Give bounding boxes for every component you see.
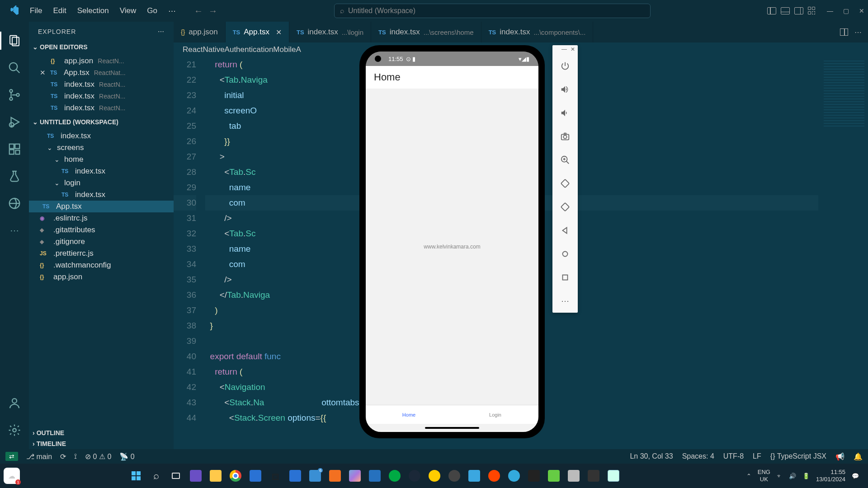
taskbar-app-icon[interactable] bbox=[545, 467, 562, 484]
taskbar-app-icon[interactable]: 6 bbox=[307, 467, 324, 484]
activity-search-icon[interactable] bbox=[4, 57, 25, 79]
activity-extensions-icon[interactable] bbox=[4, 138, 25, 160]
layout-customize-icon[interactable] bbox=[808, 7, 816, 15]
powershell-icon[interactable] bbox=[366, 467, 383, 484]
taskbar-app-icon[interactable] bbox=[426, 467, 443, 484]
taskbar-app-icon[interactable] bbox=[565, 467, 582, 484]
language-indicator[interactable]: ENGUK bbox=[758, 469, 770, 483]
dropbox-icon[interactable]: ⧈ bbox=[267, 467, 284, 484]
taskbar-app-icon[interactable] bbox=[505, 467, 523, 484]
editor-tab[interactable]: TSindex.tsx...\screens\home bbox=[371, 22, 481, 42]
folder-item[interactable]: ⌄home bbox=[29, 154, 174, 165]
close-icon[interactable]: ✕ bbox=[276, 28, 282, 37]
encoding[interactable]: UTF-8 bbox=[723, 452, 744, 461]
emulator-volume-up-icon[interactable] bbox=[552, 78, 578, 101]
indentation[interactable]: Spaces: 4 bbox=[682, 452, 714, 461]
ms-store-icon[interactable] bbox=[247, 467, 264, 484]
emulator-taskbar-icon[interactable] bbox=[605, 467, 622, 484]
taskbar-app-icon[interactable] bbox=[525, 467, 542, 484]
open-editor-item[interactable]: {}app.jsonReactN... bbox=[29, 55, 174, 67]
activity-testing-icon[interactable] bbox=[4, 165, 25, 187]
open-editor-item[interactable]: TSindex.tsxReactN... bbox=[29, 79, 174, 90]
open-editors-header[interactable]: ⌄OPEN EDITORS bbox=[29, 42, 174, 52]
menu-go[interactable]: Go bbox=[142, 5, 162, 18]
phone-navbar[interactable] bbox=[366, 424, 538, 432]
android-emulator[interactable]: 11:55 ⊙ ▮ ▾◢▮ Home www.kelvinkamara.com … bbox=[359, 45, 545, 438]
minimap[interactable] bbox=[818, 57, 868, 449]
file-item[interactable]: TSindex.tsx bbox=[29, 189, 174, 201]
git-branch[interactable]: ⎇ main bbox=[26, 452, 52, 461]
editor-tab[interactable]: TSApp.tsx✕ bbox=[226, 22, 289, 42]
taskbar-app-icon[interactable] bbox=[346, 467, 363, 484]
battery-icon[interactable]: 🔋 bbox=[802, 473, 810, 479]
editor-tab[interactable]: {}app.json bbox=[174, 22, 226, 42]
emulator-back-icon[interactable] bbox=[552, 219, 578, 242]
nav-back-icon[interactable]: ← bbox=[194, 6, 203, 16]
menu-edit[interactable]: Edit bbox=[48, 5, 71, 18]
nav-forward-icon[interactable]: → bbox=[208, 6, 217, 16]
split-editor-icon[interactable] bbox=[840, 28, 848, 36]
window-maximize-icon[interactable]: ▢ bbox=[843, 7, 849, 14]
outline-header[interactable]: ›OUTLINE bbox=[29, 427, 174, 438]
emulator-volume-down-icon[interactable] bbox=[552, 101, 578, 125]
notifications-icon[interactable]: 🔔 bbox=[854, 452, 863, 461]
folder-item[interactable]: ⌄screens bbox=[29, 142, 174, 154]
sync-icon[interactable]: ⟳ bbox=[60, 452, 66, 461]
chrome-icon[interactable] bbox=[227, 467, 244, 484]
wifi-icon[interactable]: ᯤ bbox=[777, 473, 783, 479]
menu-more[interactable]: ⋯ bbox=[164, 5, 180, 18]
tab-login[interactable]: Login bbox=[452, 405, 538, 424]
open-editor-item[interactable]: TSindex.tsxReactN... bbox=[29, 102, 174, 114]
radio-tower-icon[interactable]: 📡 0 bbox=[119, 452, 134, 461]
remote-button[interactable]: ⇄ bbox=[5, 452, 18, 461]
file-item[interactable]: ◆.gitattributes bbox=[29, 224, 174, 236]
file-item[interactable]: JS.prettierrc.js bbox=[29, 248, 174, 259]
tab-more-icon[interactable]: ⋯ bbox=[854, 28, 862, 37]
file-explorer-icon[interactable] bbox=[207, 467, 224, 484]
vscode-icon[interactable] bbox=[466, 467, 483, 484]
layout-panel-icon[interactable] bbox=[781, 7, 790, 14]
file-item[interactable]: ◉.eslintrc.js bbox=[29, 212, 174, 224]
taskbar-app-icon[interactable] bbox=[287, 467, 304, 484]
editor-tab[interactable]: TSindex.tsx...\components\... bbox=[481, 22, 594, 42]
file-item[interactable]: TSApp.tsx bbox=[29, 201, 174, 212]
activity-docker-icon[interactable] bbox=[4, 192, 25, 214]
emulator-camera-icon[interactable] bbox=[552, 125, 578, 148]
workspace-header[interactable]: ⌄UNTITLED (WORKSPACE) bbox=[29, 117, 174, 127]
taskbar-search-icon[interactable]: ⌕ bbox=[147, 467, 165, 484]
eol[interactable]: LF bbox=[753, 452, 761, 461]
menu-selection[interactable]: Selection bbox=[73, 5, 113, 18]
notification-center-icon[interactable]: 💬 bbox=[852, 473, 859, 479]
activity-more-icon[interactable]: ⋯ bbox=[4, 220, 25, 241]
timeline-header[interactable]: ›TIMELINE bbox=[29, 438, 174, 449]
volume-icon[interactable]: 🔊 bbox=[789, 473, 796, 479]
file-item[interactable]: {}.watchmanconfig bbox=[29, 259, 174, 271]
folder-item[interactable]: ⌄login bbox=[29, 177, 174, 189]
xampp-icon[interactable] bbox=[326, 467, 344, 484]
file-item[interactable]: {}app.json bbox=[29, 271, 174, 283]
activity-settings-icon[interactable] bbox=[4, 419, 25, 441]
layout-sidebar-right-icon[interactable] bbox=[794, 7, 803, 14]
problems[interactable]: ⊘ 0 ⚠ 0 bbox=[85, 452, 111, 461]
menu-file[interactable]: File bbox=[25, 5, 47, 18]
emulator-zoom-icon[interactable] bbox=[552, 148, 578, 172]
activity-debug-icon[interactable] bbox=[4, 111, 25, 133]
editor-tab[interactable]: TSindex.tsx...\login bbox=[289, 22, 371, 42]
clock[interactable]: 11:5513/01/2024 bbox=[816, 469, 845, 483]
layout-sidebar-left-icon[interactable] bbox=[767, 7, 776, 14]
open-editor-item[interactable]: TSindex.tsxReactN... bbox=[29, 90, 174, 102]
tab-home[interactable]: Home bbox=[366, 405, 452, 424]
terminal-icon[interactable] bbox=[585, 467, 602, 484]
file-item[interactable]: TSindex.tsx bbox=[29, 130, 174, 142]
taskbar-app-icon[interactable] bbox=[386, 467, 403, 484]
cursor-position[interactable]: Ln 30, Col 33 bbox=[630, 452, 673, 461]
emulator-home-icon[interactable] bbox=[552, 242, 578, 266]
emulator-rotate-right-icon[interactable] bbox=[552, 195, 578, 219]
emulator-rotate-left-icon[interactable] bbox=[552, 172, 578, 195]
open-editor-item[interactable]: ✕TSApp.tsxReactNat... bbox=[29, 67, 174, 79]
reddit-icon[interactable] bbox=[486, 467, 503, 484]
file-item[interactable]: ◆.gitignore bbox=[29, 236, 174, 248]
file-item[interactable]: TSindex.tsx bbox=[29, 165, 174, 177]
tray-chevron-icon[interactable]: ⌃ bbox=[746, 473, 751, 479]
emulator-close-icon[interactable]: ✕ bbox=[571, 46, 575, 53]
